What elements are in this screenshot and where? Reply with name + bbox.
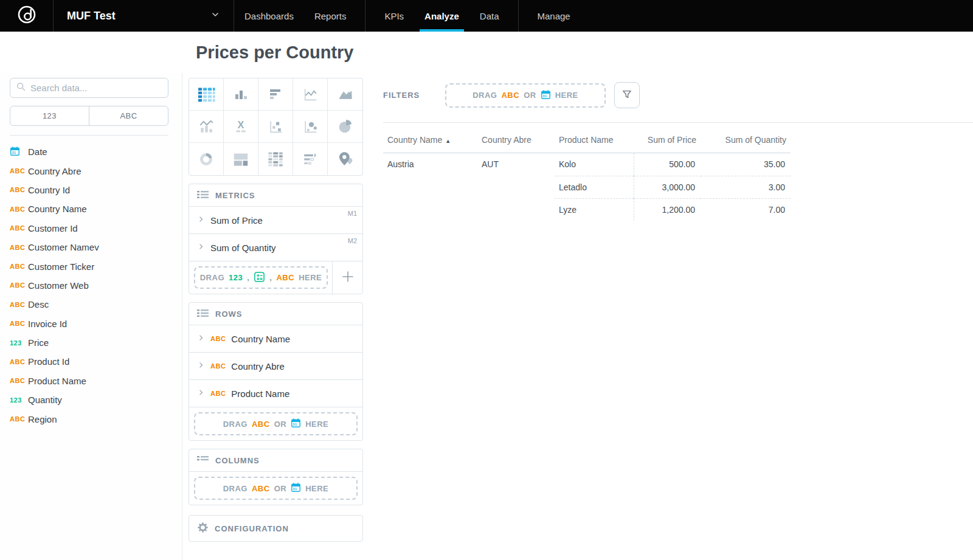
bucket-title: METRICS	[215, 191, 255, 200]
row-item-country-abre[interactable]: ABC Country Abre	[189, 353, 362, 380]
cell-price: 1,200.00	[634, 198, 701, 221]
metrics-bucket: METRICS Sum of Price M1 Sum of Quantity	[189, 184, 363, 294]
field-item[interactable]: 123 Quantity	[10, 390, 168, 409]
viz-bubble-chart-icon[interactable]	[293, 111, 328, 143]
field-label: Quantity	[28, 395, 62, 405]
dropzone-text: HERE	[305, 484, 328, 493]
viz-area-chart-icon[interactable]	[328, 78, 362, 111]
chevron-right-icon[interactable]	[197, 242, 205, 253]
bucket-title: COLUMNS	[215, 456, 260, 465]
viz-bar-chart-icon[interactable]	[258, 78, 293, 111]
nav-links: Dashboards Reports KPIs Analyze Data Man…	[234, 0, 581, 32]
chevron-right-icon[interactable]	[197, 333, 205, 344]
filter-button[interactable]	[614, 82, 640, 108]
field-item[interactable]: 123 Price	[10, 333, 168, 352]
column-header-product-name[interactable]: Product Name	[555, 123, 634, 153]
attribute-label: Product Name	[231, 389, 289, 399]
nav-link-manage[interactable]: Manage	[527, 0, 581, 32]
attribute-label: Country Name	[231, 334, 290, 344]
viz-column-chart-icon[interactable]	[224, 78, 258, 111]
field-item-date[interactable]: 31 Date	[10, 142, 168, 161]
field-item[interactable]: ABC Customer Web	[10, 276, 168, 295]
field-item[interactable]: ABC Customer Id	[10, 219, 168, 238]
search-box[interactable]	[10, 78, 168, 98]
svg-text:31: 31	[293, 423, 297, 426]
search-input[interactable]	[30, 83, 162, 93]
viz-heatmap-icon[interactable]	[258, 143, 293, 175]
row-item-product-name[interactable]: ABC Product Name	[189, 380, 362, 407]
row-item-country-name[interactable]: ABC Country Name	[189, 325, 362, 353]
gooddata-logo[interactable]	[0, 0, 54, 32]
viz-line-chart-icon[interactable]	[293, 78, 328, 111]
field-label: Invoice Id	[28, 319, 67, 329]
field-label: Customer Ticker	[28, 261, 94, 272]
metric-item-sum-of-price[interactable]: Sum of Price M1	[189, 207, 362, 234]
columns-bucket: COLUMNS DRAG ABC OR 31 HERE	[189, 449, 363, 505]
search-icon	[16, 81, 26, 94]
funnel-icon	[621, 88, 633, 103]
viz-table-icon[interactable]	[189, 78, 224, 111]
abc-icon: ABC	[210, 335, 226, 342]
viz-scatter-plot-icon[interactable]	[258, 111, 293, 143]
nav-separator	[365, 0, 365, 32]
field-item[interactable]: ABC Country Abre	[10, 161, 168, 180]
columns-bucket-header: COLUMNS	[189, 449, 362, 472]
toggle-numeric[interactable]: 123	[10, 106, 89, 125]
filters-dropzone[interactable]: DRAG ABC OR 31 HERE	[445, 83, 606, 108]
viz-combo-chart-icon[interactable]	[189, 111, 224, 143]
dropzone-text: ,	[269, 273, 272, 282]
toggle-text[interactable]: ABC	[89, 106, 168, 125]
chevron-right-icon[interactable]	[197, 388, 205, 399]
bucket-title: ROWS	[215, 309, 242, 319]
field-item[interactable]: ABC Customer Namev	[10, 238, 168, 257]
field-item[interactable]: ABC Country Name	[10, 199, 168, 218]
field-item[interactable]: ABC Product Name	[10, 372, 168, 390]
chevron-right-icon[interactable]	[197, 215, 205, 226]
metric-item-sum-of-quantity[interactable]: Sum of Quantity M2	[189, 234, 362, 261]
abc-icon: ABC	[10, 415, 28, 423]
column-header-sum-of-quantity[interactable]: Sum of Quantity	[701, 123, 791, 153]
field-item[interactable]: ABC Region	[10, 409, 168, 428]
nav-link-analyze[interactable]: Analyze	[414, 0, 469, 32]
columns-dropzone[interactable]: DRAG ABC OR 31 HERE	[194, 477, 358, 500]
dropzone-text: DRAG	[223, 484, 248, 493]
svg-text:31: 31	[12, 151, 16, 155]
svg-text:X: X	[238, 119, 244, 130]
page-title[interactable]: Prices per Country	[196, 43, 353, 63]
logo-icon	[16, 4, 38, 28]
viz-pie-chart-icon[interactable]	[328, 111, 362, 143]
chevron-right-icon[interactable]	[197, 361, 205, 372]
viz-treemap-icon[interactable]	[224, 143, 258, 175]
nav-link-reports[interactable]: Reports	[304, 0, 357, 32]
column-header-country-name[interactable]: Country Name▲	[383, 123, 477, 153]
abc-icon: ABC	[10, 320, 28, 327]
field-label: Customer Web	[28, 280, 89, 291]
add-metric-button[interactable]	[332, 261, 362, 294]
column-header-sum-of-price[interactable]: Sum of Price	[634, 123, 701, 153]
cell-country	[383, 198, 477, 221]
project-selector[interactable]: MUF Test	[54, 0, 234, 32]
field-item[interactable]: ABC Customer Ticker	[10, 257, 168, 275]
cell-country-abre: AUT	[477, 153, 555, 176]
field-item[interactable]: ABC Product Id	[10, 352, 168, 371]
123-icon: 123	[229, 273, 243, 282]
cell-quantity: 3.00	[701, 176, 791, 198]
nav-link-dashboards[interactable]: Dashboards	[234, 0, 304, 32]
viz-headline-icon[interactable]: X	[224, 111, 258, 143]
field-item[interactable]: ABC Country Id	[10, 181, 168, 199]
field-item[interactable]: ABC Desc	[10, 295, 168, 314]
field-label: Date	[28, 147, 47, 157]
dropzone-text: HERE	[299, 273, 322, 282]
nav-link-kpis[interactable]: KPIs	[374, 0, 414, 32]
column-header-country-abre[interactable]: Country Abre	[477, 123, 555, 153]
configuration-section[interactable]: CONFIGURATION	[189, 515, 363, 542]
rows-dropzone[interactable]: DRAG ABC OR 31 HERE	[194, 412, 358, 435]
viz-geo-pushpin-icon[interactable]	[328, 143, 362, 175]
abc-icon: ABC	[10, 244, 28, 251]
viz-donut-chart-icon[interactable]	[189, 143, 224, 175]
metrics-dropzone[interactable]: DRAG 123 , ,	[194, 266, 328, 289]
calendar-icon: 31	[291, 482, 301, 494]
field-item[interactable]: ABC Invoice Id	[10, 314, 168, 333]
nav-link-data[interactable]: Data	[469, 0, 510, 32]
viz-bullet-chart-icon[interactable]	[293, 143, 328, 175]
